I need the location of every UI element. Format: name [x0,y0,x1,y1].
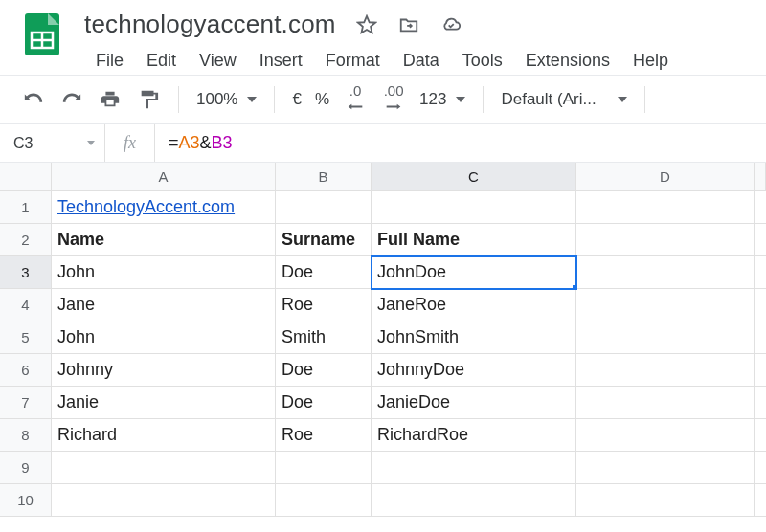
cell-C3[interactable]: JohnDoe [372,256,576,289]
redo-button[interactable] [56,83,88,116]
zoom-dropdown[interactable]: 100% [192,90,260,109]
cell-D4[interactable] [576,289,755,321]
cell-C7[interactable]: JanieDoe [372,387,576,419]
cell-B4[interactable]: Roe [276,289,372,321]
cell-C1[interactable] [372,191,576,224]
formula-input[interactable]: =A3&B3 [155,124,766,162]
cell-E2[interactable] [755,224,766,256]
cell-C5[interactable]: JohnSmith [372,321,576,354]
cell-A7[interactable]: Janie [52,387,276,419]
document-title[interactable]: technologyaccent.com [84,8,336,41]
cell-B6[interactable]: Doe [276,354,372,387]
chevron-down-icon [247,97,257,102]
col-header-D[interactable]: D [576,163,755,191]
formula-bar: C3 fx =A3&B3 [0,124,766,163]
row-header-5[interactable]: 5 [0,321,52,354]
cell-C2[interactable]: Full Name [372,224,576,256]
name-box[interactable]: C3 [0,124,105,162]
row-header-9[interactable]: 9 [0,452,52,484]
cell-C4[interactable]: JaneRoe [372,289,576,321]
cell-D6[interactable] [576,354,755,387]
cell-D5[interactable] [576,321,755,354]
cell-C6[interactable]: JohnnyDoe [372,354,576,387]
menubar: File Edit View Insert Format Data Tools … [84,47,680,75]
row-header-2[interactable]: 2 [0,224,52,256]
menu-view[interactable]: View [188,47,248,75]
spreadsheet-grid[interactable]: A B C D 1 TechnologyAccent.com 2 Name Su… [0,163,766,517]
col-header-B[interactable]: B [276,163,372,191]
cell-A6[interactable]: Johnny [52,354,276,387]
menu-insert[interactable]: Insert [248,47,314,75]
cell-A9[interactable] [52,452,276,484]
sheets-logo-icon[interactable] [17,10,67,59]
font-dropdown[interactable]: Default (Ari... [497,90,631,109]
col-header-E[interactable] [755,163,766,191]
menu-extensions[interactable]: Extensions [514,47,621,75]
toolbar-separator [483,86,484,113]
cell-E6[interactable] [755,354,766,387]
increase-decimal-button[interactable]: .00 [377,83,410,116]
cell-B8[interactable]: Roe [276,419,372,452]
cell-D8[interactable] [576,419,755,452]
cell-D10[interactable] [576,484,755,517]
decrease-decimal-button[interactable]: .0 [339,83,372,116]
menu-help[interactable]: Help [621,47,680,75]
cell-B3[interactable]: Doe [276,256,372,289]
row-header-10[interactable]: 10 [0,484,52,517]
cloud-status-icon[interactable] [439,13,462,36]
cell-C8[interactable]: RichardRoe [372,419,576,452]
percent-button[interactable]: % [311,90,333,109]
cell-E3[interactable] [755,256,766,289]
cell-D2[interactable] [576,224,755,256]
cell-D3[interactable] [576,256,755,289]
selection-handle[interactable] [572,284,576,289]
cell-A10[interactable] [52,484,276,517]
row-header-8[interactable]: 8 [0,419,52,452]
row-header-6[interactable]: 6 [0,354,52,387]
cell-E5[interactable] [755,321,766,354]
move-folder-icon[interactable] [397,13,420,36]
cell-E4[interactable] [755,289,766,321]
menu-edit[interactable]: Edit [135,47,188,75]
cell-D9[interactable] [576,452,755,484]
menu-data[interactable]: Data [392,47,451,75]
currency-button[interactable]: € [288,90,304,109]
cell-B9[interactable] [276,452,372,484]
cell-B7[interactable]: Doe [276,387,372,419]
cell-A5[interactable]: John [52,321,276,354]
star-icon[interactable] [355,13,378,36]
cell-B2[interactable]: Surname [276,224,372,256]
cell-C9[interactable] [372,452,576,484]
cell-C10[interactable] [372,484,576,517]
cell-E8[interactable] [755,419,766,452]
cell-A2[interactable]: Name [52,224,276,256]
cell-B5[interactable]: Smith [276,321,372,354]
cell-D1[interactable] [576,191,755,224]
col-header-A[interactable]: A [52,163,276,191]
select-all-corner[interactable] [0,163,52,191]
cell-A1[interactable]: TechnologyAccent.com [52,191,276,224]
cell-E1[interactable] [755,191,766,224]
cell-B10[interactable] [276,484,372,517]
cell-A3[interactable]: John [52,256,276,289]
row-header-7[interactable]: 7 [0,387,52,419]
cell-E9[interactable] [755,452,766,484]
cell-A4[interactable]: Jane [52,289,276,321]
row-header-3[interactable]: 3 [0,256,52,289]
toolbar-separator [274,86,275,113]
row-header-1[interactable]: 1 [0,191,52,224]
cell-D7[interactable] [576,387,755,419]
undo-button[interactable] [17,83,50,116]
cell-A8[interactable]: Richard [52,419,276,452]
menu-format[interactable]: Format [314,47,392,75]
menu-file[interactable]: File [84,47,135,75]
cell-E7[interactable] [755,387,766,419]
number-format-dropdown[interactable]: 123 [416,90,469,109]
col-header-C[interactable]: C [372,163,576,191]
print-button[interactable] [94,83,126,116]
row-header-4[interactable]: 4 [0,289,52,321]
cell-E10[interactable] [755,484,766,517]
menu-tools[interactable]: Tools [451,47,514,75]
paint-format-button[interactable] [132,83,165,116]
cell-B1[interactable] [276,191,372,224]
